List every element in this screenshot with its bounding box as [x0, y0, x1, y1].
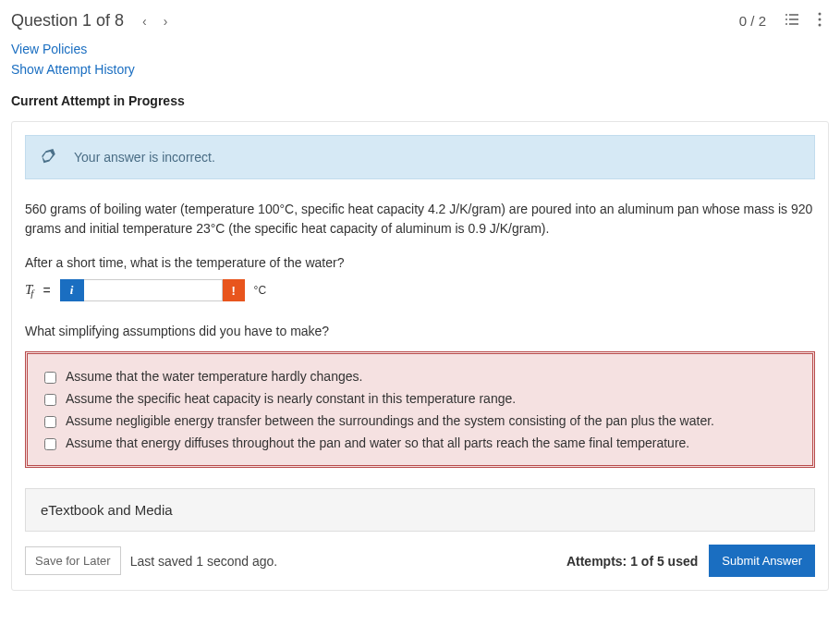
assumption-label: Assume that the water temperature hardly…	[66, 369, 362, 384]
assumption-checkbox-0[interactable]	[44, 372, 56, 384]
question-body: 560 grams of boiling water (temperature …	[25, 200, 815, 239]
unit-label: °C	[254, 284, 266, 297]
question-card: Your answer is incorrect. 560 grams of b…	[11, 121, 829, 591]
svg-point-8	[819, 23, 822, 26]
svg-rect-5	[789, 23, 798, 25]
eraser-icon	[41, 147, 61, 167]
assumption-label: Assume that energy diffuses throughout t…	[66, 435, 689, 450]
question-counter: Question 1 of 8	[11, 11, 124, 31]
section-title: Current Attempt in Progress	[11, 93, 829, 108]
assumption-checkbox-2[interactable]	[44, 416, 56, 428]
svg-rect-1	[789, 14, 798, 16]
svg-point-7	[819, 18, 822, 20]
assumption-checkbox-3[interactable]	[44, 438, 56, 450]
svg-point-2	[785, 18, 787, 20]
view-policies-link[interactable]: View Policies	[11, 42, 829, 56]
question-prompt-1: After a short time, what is the temperat…	[25, 255, 815, 270]
assumption-option[interactable]: Assume that energy diffuses throughout t…	[44, 435, 796, 450]
score-display: 0 / 2	[739, 13, 766, 29]
svg-point-0	[785, 14, 787, 16]
svg-point-4	[785, 23, 787, 25]
temperature-input[interactable]	[84, 279, 223, 301]
assumption-checkbox-1[interactable]	[44, 394, 56, 406]
card-footer: Save for Later Last saved 1 second ago. …	[25, 545, 815, 577]
submit-answer-button[interactable]: Submit Answer	[709, 545, 815, 577]
info-icon[interactable]: i	[60, 279, 84, 301]
etextbook-bar[interactable]: eTextbook and Media	[25, 488, 815, 532]
last-saved-text: Last saved 1 second ago.	[130, 554, 278, 569]
show-attempt-history-link[interactable]: Show Attempt History	[11, 62, 829, 77]
more-menu-icon[interactable]	[818, 12, 822, 31]
error-indicator-icon: !	[223, 279, 245, 301]
next-question-button[interactable]: ›	[164, 14, 168, 29]
assumption-option[interactable]: Assume negligible energy transfer betwee…	[44, 413, 796, 428]
assumption-label: Assume negligible energy transfer betwee…	[66, 413, 714, 428]
save-for-later-button[interactable]: Save for Later	[25, 546, 121, 575]
assumption-option[interactable]: Assume that the water temperature hardly…	[44, 369, 796, 384]
attempts-counter: Attempts: 1 of 5 used	[566, 554, 698, 569]
svg-rect-3	[789, 18, 798, 20]
assumption-label: Assume the specific heat capacity is nea…	[66, 391, 516, 406]
list-icon[interactable]	[785, 12, 799, 31]
prev-question-button[interactable]: ‹	[142, 14, 147, 29]
equals-sign: =	[43, 283, 50, 298]
question-header: Question 1 of 8 ‹ › 0 / 2	[0, 0, 840, 42]
question-prompt-2: What simplifying assumptions did you hav…	[25, 324, 815, 338]
answer-row: Tf = i ! °C	[25, 279, 815, 301]
svg-point-6	[819, 12, 822, 15]
assumption-option[interactable]: Assume the specific heat capacity is nea…	[44, 391, 796, 406]
feedback-text: Your answer is incorrect.	[74, 150, 215, 165]
variable-label: Tf	[25, 282, 33, 300]
feedback-banner: Your answer is incorrect.	[25, 135, 815, 179]
assumptions-box: Assume that the water temperature hardly…	[25, 351, 815, 468]
